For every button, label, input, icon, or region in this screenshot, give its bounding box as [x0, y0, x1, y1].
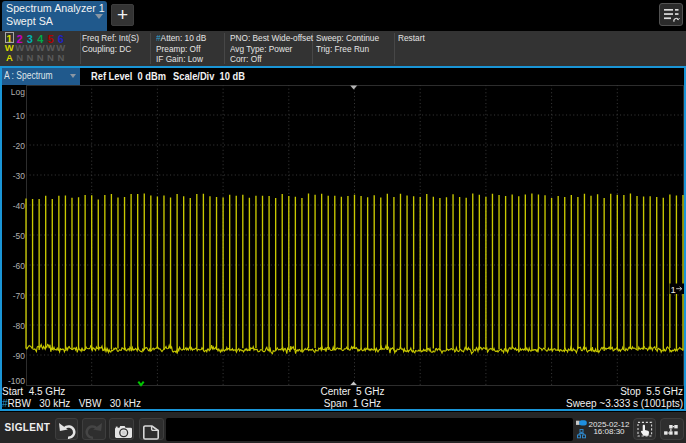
- svg-text:-40: -40: [13, 201, 26, 211]
- svg-text:1: 1: [671, 284, 676, 295]
- svg-text:-60: -60: [13, 261, 26, 271]
- svg-text:-80: -80: [13, 321, 26, 331]
- svg-text:-90: -90: [13, 351, 26, 361]
- svg-text:-10: -10: [13, 111, 26, 121]
- svg-text:-50: -50: [13, 231, 26, 241]
- svg-text:Log: Log: [11, 87, 25, 97]
- svg-text:-30: -30: [13, 171, 26, 181]
- svg-text:-70: -70: [13, 291, 26, 301]
- svg-text:-20: -20: [13, 141, 26, 151]
- svg-text:-100: -100: [8, 376, 25, 386]
